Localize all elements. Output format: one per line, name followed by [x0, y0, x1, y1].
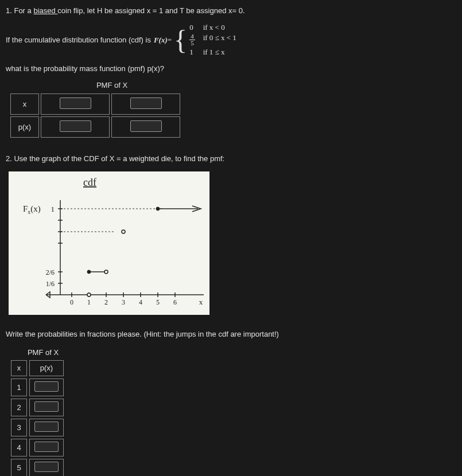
- q2-table-title: PMF of X: [9, 348, 77, 357]
- question-2: 2. Use the graph of the CDF of X = a wei…: [6, 154, 456, 476]
- closed-point: [156, 207, 160, 210]
- q2-px-1-cell: [29, 379, 64, 396]
- q1-intro: 1. For a biased coin flip, let H be assi…: [6, 6, 456, 16]
- table-row: 4: [11, 439, 64, 457]
- q2-x-3: 3: [11, 419, 27, 436]
- q1-F-label: F(x): [154, 36, 168, 45]
- q2-table-wrapper: PMF of X x p(x) 1 2 3 4 5: [6, 348, 456, 476]
- q1-x-input-1-cell: [111, 93, 180, 115]
- q1-table-wrapper: PMF of X x p(x): [6, 81, 456, 139]
- q2-px-input-1[interactable]: [34, 381, 59, 392]
- q1-x-input-0[interactable]: [60, 97, 91, 109]
- question-1: 1. For a biased coin flip, let H be assi…: [6, 6, 456, 139]
- open-point: [122, 230, 125, 233]
- q2-px-4-cell: [29, 439, 64, 457]
- q1-px-input-0-cell: [41, 116, 110, 138]
- q1-piecewise: { 0 if x < 0 4 5 if 0 ≤ x < 1 1 if 1 ≤ x: [174, 23, 236, 57]
- pw-v3: 1: [189, 48, 195, 57]
- q2-px-input-2[interactable]: [34, 401, 59, 412]
- q1-px-input-0[interactable]: [60, 120, 91, 132]
- table-row: p(x): [10, 116, 180, 138]
- x-tick-6: 6: [173, 298, 177, 306]
- cdf-graph: cdf Fx(x) 1 2/6 1/6 0 1 2: [9, 171, 209, 315]
- q2-hdr-x: x: [11, 360, 27, 376]
- table-row: 2: [11, 399, 64, 416]
- q1-pmf-table: x p(x): [9, 92, 182, 139]
- q1-cdf-definition: If the cumulative distribution function …: [6, 23, 456, 57]
- q1-equals: =: [168, 36, 172, 45]
- q1-px-input-1-cell: [111, 116, 180, 138]
- q1-intro-post: coin flip, let H be assigned x = 1 and T…: [57, 6, 244, 15]
- left-brace-icon: {: [174, 26, 187, 54]
- q2-px-2-cell: [29, 399, 64, 416]
- x-tick-5: 5: [156, 298, 160, 306]
- table-row: 5: [11, 459, 64, 476]
- table-row: 1: [11, 379, 64, 396]
- q2-px-input-5[interactable]: [34, 462, 59, 472]
- pw-v2: 4 5: [189, 33, 195, 46]
- q1-formula: F(x) = { 0 if x < 0 4 5 if 0 ≤ x < 1 1: [154, 23, 236, 57]
- table-header-row: x p(x): [11, 360, 64, 376]
- open-point: [104, 270, 108, 274]
- pw-v1: 0: [189, 23, 195, 32]
- fraction-4-5: 4 5: [189, 33, 195, 46]
- x-tick-4: 4: [139, 298, 142, 306]
- q1-pmf-question: what is the probability mass function (p…: [6, 64, 456, 74]
- x-axis-label: x: [199, 298, 203, 306]
- pw-c2: if 0 ≤ x < 1: [203, 33, 236, 46]
- frac-den: 5: [189, 40, 195, 46]
- q2-px-input-3[interactable]: [34, 422, 59, 432]
- q2-hint: Write the probabilities in fractions ple…: [6, 329, 456, 340]
- q2-px-3-cell: [29, 419, 64, 436]
- q1-piecewise-grid: 0 if x < 0 4 5 if 0 ≤ x < 1 1 if 1 ≤ x: [189, 23, 236, 57]
- q1-intro-pre: 1. For a: [6, 6, 33, 15]
- x-tick-0: 0: [70, 298, 73, 306]
- closed-point: [87, 270, 91, 274]
- q1-biased-word: biased: [33, 6, 57, 15]
- y-tick-label-1: 1: [51, 205, 55, 213]
- q2-intro: 2. Use the graph of the CDF of X = a wei…: [6, 154, 456, 164]
- q2-x-5: 5: [11, 459, 27, 476]
- q1-x-label: x: [10, 93, 39, 115]
- q1-x-input-1[interactable]: [130, 97, 162, 109]
- q2-x-4: 4: [11, 439, 27, 457]
- table-row: 3: [11, 419, 64, 436]
- graph-ylabel: Fx(x): [23, 204, 41, 215]
- q2-px-input-4[interactable]: [34, 442, 59, 452]
- q1-x-input-0-cell: [41, 93, 110, 115]
- q2-px-5-cell: [29, 459, 64, 476]
- cdf-graph-svg: cdf Fx(x) 1 2/6 1/6 0 1 2: [9, 171, 209, 315]
- x-tick-1: 1: [87, 298, 91, 306]
- pw-c1: if x < 0: [203, 23, 236, 32]
- graph-title: cdf: [83, 177, 96, 188]
- table-row: x: [10, 93, 180, 115]
- q1-cdf-prefix: If the cumulative distribution function …: [6, 36, 151, 44]
- y-tick-label-16: 1/6: [46, 280, 55, 288]
- open-point: [87, 293, 91, 296]
- q2-hdr-px: p(x): [29, 360, 64, 376]
- q2-x-1: 1: [11, 379, 27, 396]
- q1-px-label: p(x): [10, 116, 39, 138]
- pw-c3: if 1 ≤ x: [203, 48, 236, 57]
- q1-table-title: PMF of X: [9, 81, 215, 89]
- q1-px-input-1[interactable]: [130, 120, 162, 132]
- y-tick-label-26: 2/6: [46, 268, 55, 276]
- q2-x-2: 2: [11, 399, 27, 416]
- x-tick-3: 3: [122, 298, 125, 306]
- x-tick-2: 2: [104, 298, 108, 306]
- q2-pmf-table: x p(x) 1 2 3 4 5: [9, 358, 66, 476]
